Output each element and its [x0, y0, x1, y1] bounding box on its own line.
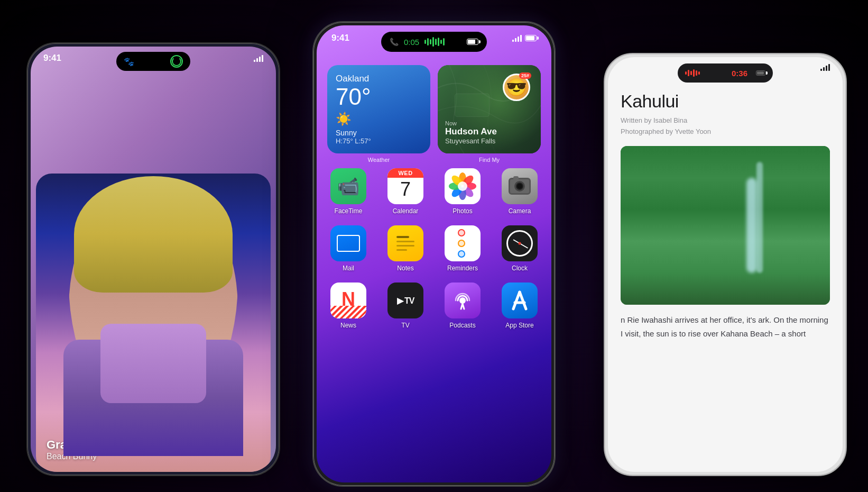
- battery-icon: [467, 39, 478, 45]
- article-text: n Rie Iwahashi arrives at her office, it…: [621, 313, 830, 340]
- article-body: n Rie Iwahashi arrives at her office, it…: [621, 315, 828, 338]
- camera-icon: [502, 168, 538, 204]
- app-row-2: Mail Notes: [327, 225, 541, 272]
- app-item-clock[interactable]: Clock: [498, 225, 541, 272]
- app-item-notes[interactable]: Notes: [384, 225, 427, 272]
- left-status-right: [254, 54, 263, 62]
- app-row-3: N News ▶ TV TV: [327, 283, 541, 329]
- app-item-tv[interactable]: ▶ TV TV: [384, 283, 427, 329]
- weather-range: H:75° L:57°: [336, 137, 422, 145]
- center-battery-icon: [525, 35, 537, 41]
- reminders-label: Reminders: [447, 265, 478, 272]
- dynamic-island-right[interactable]: 0:36: [678, 63, 773, 83]
- app-item-facetime[interactable]: FaceTime: [327, 168, 370, 215]
- findmy-widget-container: 25# 😎 Now Hudson Ave Stuyvesant Falls Fi…: [438, 65, 541, 163]
- app-row-1: FaceTime WED 7 Calendar: [327, 168, 541, 215]
- mail-icon: [330, 225, 366, 261]
- podcast-radio-icon: [452, 290, 473, 311]
- news-label: News: [340, 322, 356, 329]
- right-signal-icon: [820, 63, 830, 71]
- notes-label: Notes: [397, 265, 413, 272]
- article-meta: Written by Isabel Bina Photographed by Y…: [621, 115, 830, 138]
- weather-widget[interactable]: Oakland 70° ☀️ Sunny H:75° L:57°: [327, 65, 430, 153]
- findmy-time: Now: [445, 120, 497, 126]
- article-photographed-by: Photographed by Yvette Yoon: [621, 126, 830, 138]
- app-item-reminders[interactable]: Reminders: [441, 225, 484, 272]
- weather-condition-icon: ☀️: [336, 112, 422, 126]
- center-time: 9:41: [331, 33, 349, 43]
- phone-left-content: 9:41 🐾: [31, 47, 276, 472]
- app-item-calendar[interactable]: WED 7 Calendar: [384, 168, 427, 215]
- right-waveform-icon: [685, 69, 700, 77]
- app-item-mail[interactable]: Mail: [327, 225, 370, 272]
- signal-bars-icon: [254, 54, 263, 62]
- calendar-weekday: WED: [387, 168, 423, 178]
- svg-rect-0: [455, 94, 490, 116]
- widgets-row: Oakland 70° ☀️ Sunny H:75° L:57° Weather: [327, 65, 541, 163]
- findmy-widget-label: Find My: [438, 157, 541, 163]
- tv-label: TV: [401, 322, 409, 329]
- phone-center-screen: 📞 0:05: [317, 25, 551, 482]
- waterfall-image: [621, 146, 830, 305]
- photos-icon: [445, 168, 481, 204]
- findmy-street: Hudson Ave: [445, 126, 497, 137]
- reminders-icon: [445, 225, 481, 261]
- findmy-widget[interactable]: 25# 😎 Now Hudson Ave Stuyvesant Falls: [438, 65, 541, 153]
- clock-icon: [502, 225, 538, 261]
- phone-left: 9:41 🐾: [26, 42, 280, 476]
- app-item-photos[interactable]: Photos: [441, 168, 484, 215]
- weather-condition: Sunny: [336, 129, 422, 137]
- notes-icon: [387, 225, 423, 261]
- article-written-by: Written by Isabel Bina: [621, 115, 830, 126]
- facetime-label: FaceTime: [335, 207, 363, 215]
- weather-widget-container: Oakland 70° ☀️ Sunny H:75° L:57° Weather: [327, 65, 430, 163]
- podcasts-icon: [445, 283, 481, 318]
- app-item-podcasts[interactable]: Podcasts: [441, 283, 484, 329]
- phone-right: 0:36: [604, 53, 847, 476]
- findmy-city: Stuyvesant Falls: [445, 137, 497, 145]
- weather-widget-label: Weather: [327, 157, 430, 163]
- podcasts-label: Podcasts: [449, 322, 475, 329]
- article-image: [621, 146, 830, 305]
- findmy-info: Now Hudson Ave Stuyvesant Falls: [445, 120, 497, 145]
- center-signal-icon: [512, 34, 522, 42]
- svg-line-14: [520, 292, 526, 309]
- left-time: 9:41: [43, 53, 61, 63]
- call-timer: 0:05: [404, 38, 419, 47]
- svg-line-12: [463, 304, 464, 309]
- photos-label: Photos: [453, 207, 472, 215]
- appstore-icon: [502, 283, 538, 318]
- app-item-camera[interactable]: Camera: [498, 168, 541, 215]
- app-item-appstore[interactable]: App Store: [498, 283, 541, 329]
- facetime-icon: [330, 168, 366, 204]
- svg-point-10: [459, 297, 466, 304]
- widgets-area: Oakland 70° ☀️ Sunny H:75° L:57° Weather: [327, 65, 541, 170]
- article-title: Kahului: [621, 92, 830, 111]
- app-item-news[interactable]: N News: [327, 283, 370, 329]
- activity-ring-icon: [170, 55, 183, 68]
- artist-card: Gravity Beach Bunny: [36, 174, 271, 472]
- artist-image: Gravity Beach Bunny: [36, 174, 271, 472]
- clock-label: Clock: [512, 265, 528, 272]
- paw-icon: 🐾: [124, 57, 134, 67]
- center-status-right: [512, 34, 537, 42]
- right-battery-icon: [756, 70, 765, 76]
- camera-label: Camera: [509, 207, 531, 215]
- dynamic-island-center[interactable]: 📞 0:05: [381, 32, 487, 52]
- calendar-date: 7: [400, 180, 411, 199]
- calendar-icon: WED 7: [387, 168, 423, 204]
- tv-icon: ▶ TV: [387, 283, 423, 318]
- dynamic-island-left[interactable]: 🐾: [116, 52, 190, 71]
- phones-container: 9:41 🐾: [0, 0, 868, 492]
- weather-temperature: 70°: [336, 84, 422, 110]
- person-silhouette: [36, 174, 271, 472]
- phone-center: 📞 0:05: [312, 21, 556, 487]
- app-grid: FaceTime WED 7 Calendar: [327, 168, 541, 340]
- right-timer: 0:36: [732, 69, 747, 78]
- appstore-a-icon: [509, 290, 530, 311]
- appstore-label: App Store: [505, 322, 533, 329]
- weather-city: Oakland: [336, 74, 422, 84]
- right-status-right: [820, 63, 830, 71]
- svg-line-13: [513, 292, 520, 309]
- avatar-emoji: 😎: [506, 77, 527, 97]
